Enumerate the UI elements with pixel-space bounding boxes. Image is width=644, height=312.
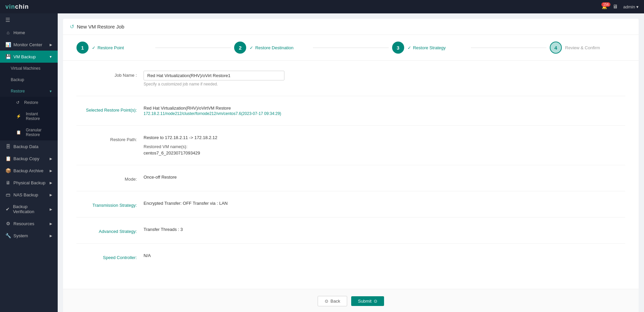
backup-verification-arrow: ▶ [50, 207, 52, 211]
system-arrow: ▶ [50, 234, 52, 238]
sidebar-item-instant-restore[interactable]: ⚡ Instant Restore [0, 108, 58, 124]
sidebar-item-backup-copy[interactable]: 📋 Backup Copy ▶ [0, 152, 58, 165]
restore-label: Restore [11, 89, 25, 93]
monitor-icon[interactable]: 🖥 [612, 4, 618, 10]
sidebar-item-backup[interactable]: Backup [0, 74, 58, 85]
physical-backup-icon: 🖥 [5, 180, 11, 185]
backup-archive-icon: 📦 [5, 168, 11, 173]
page-container: ↺ New VM Restore Job 1 ✓ Restore Point [63, 19, 639, 312]
sidebar-item-vm-backup[interactable]: 💾 VM Backup ▼ [0, 51, 58, 63]
sidebar-label-vm-backup: VM Backup [13, 54, 36, 59]
advanced-value: Transfer Threads : 3 [144, 227, 625, 232]
advanced-label: Advanced Strategy: [76, 227, 144, 234]
sidebar-label-physical-backup: Physical Backup [13, 180, 45, 185]
nas-backup-icon: 🗃 [5, 192, 11, 197]
form-footer: ⊙ Back Submit ⊙ [63, 289, 639, 312]
sidebar-item-backup-data[interactable]: 🗄 Backup Data [0, 140, 58, 152]
monitor-center-arrow: ▶ [50, 43, 52, 47]
admin-menu[interactable]: admin ▾ [623, 4, 639, 9]
backup-archive-arrow: ▶ [50, 169, 52, 173]
logo-prefix: vin [5, 3, 15, 10]
sidebar-label-resources: Resources [13, 221, 34, 226]
step-circle-4: 4 [550, 42, 562, 54]
sidebar-item-granular-restore[interactable]: 📋 Granular Restore [0, 124, 58, 140]
sidebar-item-backup-verification[interactable]: ✔ Backup Verification ▶ [0, 201, 58, 217]
form-row-job-name: Job Name : Specify a customized job name… [76, 71, 625, 96]
restore-job-icon: ↺ [70, 23, 74, 30]
form-row-transmission: Transmission Strategy: Encrypted Transfe… [76, 201, 625, 217]
resources-arrow: ▶ [50, 222, 52, 226]
step-circle-2: 2 [234, 42, 246, 54]
job-name-input[interactable] [144, 71, 284, 80]
sidebar-item-resources[interactable]: ⚙ Resources ▶ [0, 217, 58, 230]
sidebar-item-home[interactable]: ⌂ Home [0, 26, 58, 39]
sidebar-item-physical-backup[interactable]: 🖥 Physical Backup ▶ [0, 177, 58, 189]
sidebar-label-nas-backup: NAS Backup [13, 192, 38, 197]
step-2-number: 2 [239, 45, 241, 51]
instant-restore-icon: ⚡ [16, 114, 21, 119]
restore-path-route: Restore to 172.18.2.11 -> 172.18.2.12 [144, 135, 625, 140]
sidebar-label-backup-archive: Backup Archive [13, 168, 44, 173]
restore-path-label: Restore Path: [76, 135, 144, 142]
sidebar-item-restore[interactable]: Restore ▼ [0, 85, 58, 97]
step-3-number: 3 [396, 45, 399, 51]
step-3-label: ✓ Restore Strategy [408, 45, 446, 50]
transmission-label: Transmission Strategy: [76, 201, 144, 208]
back-button[interactable]: ⊙ Back [318, 296, 347, 306]
sidebar: ☰ ⌂ Home 📊 Monitor Center ▶ 💾 VM Backup … [0, 13, 58, 312]
sidebar-label-backup-data: Backup Data [13, 144, 38, 149]
submit-label: Submit [358, 299, 371, 304]
mode-value: Once-off Restore [144, 175, 625, 180]
vm-backup-icon: 💾 [5, 54, 11, 59]
job-name-hint: Specify a customized job name if needed. [144, 82, 625, 86]
topbar-right: 🔔 156 🖥 admin ▾ [602, 4, 639, 10]
step-2-label: ✓ Restore Destination [250, 45, 293, 50]
notification-bell[interactable]: 🔔 156 [602, 4, 607, 9]
granular-restore-label: Granular Restore [26, 128, 52, 137]
menu-toggle[interactable]: ☰ [0, 13, 58, 26]
logo-suffix: chin [15, 3, 29, 10]
restore-point-title: Red Hat Virtualization(RHV)/oVirtVM Rest… [144, 106, 625, 111]
form-area: Job Name : Specify a customized job name… [63, 61, 639, 289]
monitor-center-icon: 📊 [5, 42, 11, 47]
nas-backup-arrow: ▶ [50, 193, 52, 197]
restore-path-value: Restore to 172.18.2.11 -> 172.18.2.12 Re… [144, 135, 625, 155]
logo: vinchin [5, 3, 29, 10]
virtual-machines-label: Virtual Machines [11, 66, 41, 71]
restored-vm-name-value: centos7_6_20230717093429 [144, 150, 625, 155]
vm-backup-arrow: ▼ [49, 55, 52, 59]
sidebar-label-backup-verification: Backup Verification [13, 204, 47, 214]
step-1-label: ✓ Restore Point [92, 45, 124, 50]
job-name-value: Specify a customized job name if needed. [144, 71, 625, 86]
step-2-check: ✓ [250, 45, 255, 50]
step-4-number: 4 [554, 45, 557, 51]
form-row-restore-path: Restore Path: Restore to 172.18.2.11 -> … [76, 135, 625, 165]
sidebar-item-restore-sub[interactable]: ↺ Restore [0, 97, 58, 108]
step-4-label: Review & Confirm [565, 45, 600, 50]
speed-value: N/A [144, 253, 625, 258]
sidebar-item-monitor-center[interactable]: 📊 Monitor Center ▶ [0, 39, 58, 51]
wizard-step-4: 4 Review & Confirm [550, 42, 625, 54]
restore-point-label: Selected Restore Point(s): [76, 106, 144, 113]
vm-backup-submenu: Virtual Machines Backup Restore ▼ ↺ Rest… [0, 63, 58, 140]
sidebar-item-virtual-machines[interactable]: Virtual Machines [0, 63, 58, 74]
step-connector-1 [155, 48, 231, 48]
form-row-advanced: Advanced Strategy: Transfer Threads : 3 [76, 227, 625, 244]
speed-label: Speed Controller: [76, 253, 144, 260]
notification-count: 156 [601, 2, 610, 7]
step-1-number: 1 [81, 45, 84, 51]
sidebar-item-backup-archive[interactable]: 📦 Backup Archive ▶ [0, 165, 58, 177]
restore-sub-label: Restore [24, 100, 38, 105]
submit-icon: ⊙ [374, 299, 377, 304]
wizard-steps: 1 ✓ Restore Point 2 ✓ Restore Destinatio… [63, 35, 639, 61]
backup-copy-arrow: ▶ [50, 157, 52, 161]
sidebar-item-system[interactable]: 🔧 System ▶ [0, 230, 58, 242]
content-area: ↺ New VM Restore Job 1 ✓ Restore Point [58, 13, 644, 312]
sidebar-item-nas-backup[interactable]: 🗃 NAS Backup ▶ [0, 189, 58, 201]
backup-copy-icon: 📋 [5, 156, 11, 161]
step-connector-3 [471, 48, 546, 48]
resources-icon: ⚙ [5, 221, 11, 226]
page-header: ↺ New VM Restore Job [63, 19, 639, 35]
submit-button[interactable]: Submit ⊙ [351, 296, 384, 306]
wizard-step-1: 1 ✓ Restore Point [76, 42, 152, 54]
